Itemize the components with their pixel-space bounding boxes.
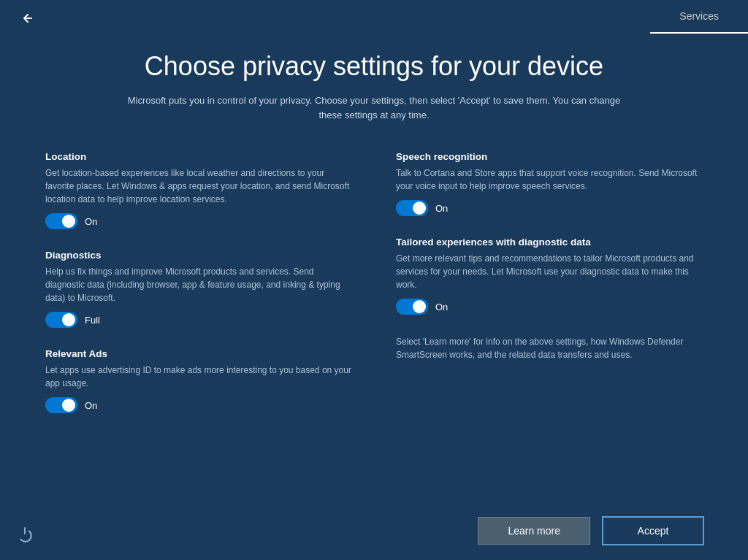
diagnostics-toggle[interactable] [45,312,77,328]
speech-recognition-desc: Talk to Cortana and Store apps that supp… [396,166,703,193]
power-icon [15,525,35,545]
relevant-ads-desc: Let apps use advertising ID to make ads … [45,364,352,390]
location-toggle-label: On [85,216,97,227]
diagnostics-toggle-label: Full [85,315,100,326]
relevant-ads-title: Relevant Ads [45,348,352,359]
relevant-ads-toggle-row: On [45,397,352,413]
tailored-experiences-toggle-label: On [435,302,448,312]
tailored-experiences-setting: Tailored experiences with diagnostic dat… [396,237,703,315]
page-title: Choose privacy settings for your device [145,51,603,82]
relevant-ads-toggle[interactable] [45,397,77,413]
speech-recognition-toggle-row: On [396,200,703,216]
speech-recognition-setting: Speech recognition Talk to Cortana and S… [396,151,703,216]
location-setting: Location Get location-based experiences … [45,151,352,229]
location-toggle[interactable] [45,213,77,229]
diagnostics-desc: Help us fix things and improve Microsoft… [45,265,352,304]
main-content: Choose privacy settings for your device … [0,37,748,448]
info-text: Select 'Learn more' for info on the abov… [396,335,703,361]
top-bar: Services [0,0,748,37]
location-title: Location [45,151,352,162]
learn-more-button[interactable]: Learn more [478,517,590,545]
diagnostics-title: Diagnostics [45,250,352,261]
settings-grid: Location Get location-based experiences … [45,151,703,434]
location-toggle-row: On [45,213,352,229]
back-button[interactable] [15,5,41,31]
tailored-experiences-toggle[interactable] [396,299,428,315]
speech-recognition-title: Speech recognition [396,151,703,162]
tailored-experiences-title: Tailored experiences with diagnostic dat… [396,237,703,248]
tailored-experiences-desc: Get more relevant tips and recommendatio… [396,252,703,291]
bottom-area: Learn more Accept [0,502,748,560]
diagnostics-setting: Diagnostics Help us fix things and impro… [45,250,352,328]
accept-button[interactable]: Accept [602,516,704,545]
relevant-ads-setting: Relevant Ads Let apps use advertising ID… [45,348,352,413]
services-tab: Services [650,0,748,34]
left-column: Location Get location-based experiences … [45,151,352,434]
tailored-experiences-toggle-row: On [396,299,703,315]
speech-recognition-toggle-label: On [435,203,448,214]
services-tab-label: Services [679,10,719,22]
page-subtitle: Microsoft puts you in control of your pr… [118,93,630,122]
relevant-ads-toggle-label: On [85,400,97,411]
right-column: Speech recognition Talk to Cortana and S… [396,151,703,434]
diagnostics-toggle-row: Full [45,312,352,328]
location-desc: Get location-based experiences like loca… [45,166,352,206]
speech-recognition-toggle[interactable] [396,200,428,216]
